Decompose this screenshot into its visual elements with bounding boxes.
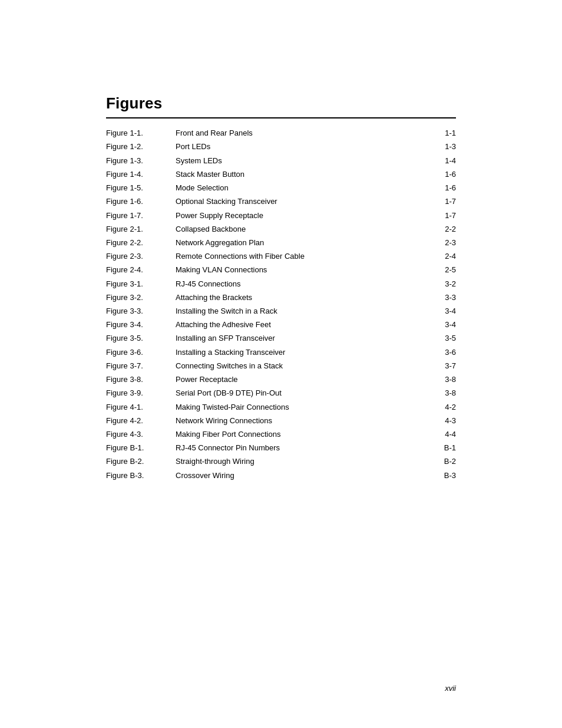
figure-label: Figure 1-1. xyxy=(106,127,171,140)
figure-label: Figure 3-9. xyxy=(106,387,171,400)
figure-description: Crossover Wiring xyxy=(171,469,413,482)
figure-label: Figure B-3. xyxy=(106,469,171,482)
figure-description: Optional Stacking Transceiver xyxy=(171,195,413,209)
figure-description: RJ-45 Connections xyxy=(171,277,413,291)
section-divider xyxy=(106,117,456,118)
table-row: Figure 3-4.Attaching the Adhesive Feet3-… xyxy=(106,318,456,332)
figure-page: 2-3 xyxy=(413,236,456,250)
figure-label: Figure 4-1. xyxy=(106,400,171,414)
figure-page: 3-4 xyxy=(413,305,456,318)
figure-label: Figure 3-5. xyxy=(106,332,171,345)
figure-page: 4-3 xyxy=(413,414,456,428)
table-row: Figure 3-6.Installing a Stacking Transce… xyxy=(106,346,456,360)
figure-label: Figure 3-2. xyxy=(106,291,171,305)
figure-description: Port LEDs xyxy=(171,140,413,154)
table-row: Figure 2-2.Network Aggregation Plan2-3 xyxy=(106,236,456,250)
figure-page: 1-1 xyxy=(413,127,456,140)
figure-page: 1-6 xyxy=(413,182,456,195)
table-row: Figure B-3.Crossover WiringB-3 xyxy=(106,469,456,482)
figure-description: Network Wiring Connections xyxy=(171,414,413,428)
figure-page: 1-7 xyxy=(413,195,456,209)
table-row: Figure 1-2.Port LEDs1-3 xyxy=(106,140,456,154)
figure-label: Figure 2-3. xyxy=(106,250,171,263)
figure-label: Figure 3-1. xyxy=(106,277,171,291)
page-number: xvii xyxy=(445,684,456,693)
figure-label: Figure B-1. xyxy=(106,442,171,455)
figure-page: 4-2 xyxy=(413,400,456,414)
figure-label: Figure 1-4. xyxy=(106,168,171,182)
figure-description: Connecting Switches in a Stack xyxy=(171,360,413,373)
table-row: Figure 4-2.Network Wiring Connections4-3 xyxy=(106,414,456,428)
figure-page: 3-7 xyxy=(413,360,456,373)
figure-page: 3-6 xyxy=(413,346,456,360)
figure-label: Figure 3-3. xyxy=(106,305,171,318)
table-row: Figure 1-3.System LEDs1-4 xyxy=(106,154,456,167)
figure-description: Stack Master Button xyxy=(171,168,413,182)
figure-description: Serial Port (DB-9 DTE) Pin-Out xyxy=(171,387,413,400)
figure-page: 3-8 xyxy=(413,373,456,387)
figure-description: Attaching the Adhesive Feet xyxy=(171,318,413,332)
table-row: Figure B-1.RJ-45 Connector Pin NumbersB-… xyxy=(106,442,456,455)
figure-description: Making Fiber Port Connections xyxy=(171,428,413,442)
table-row: Figure 3-7.Connecting Switches in a Stac… xyxy=(106,360,456,373)
figure-description: Making Twisted-Pair Connections xyxy=(171,400,413,414)
figure-description: Network Aggregation Plan xyxy=(171,236,413,250)
figure-page: 1-3 xyxy=(413,140,456,154)
figure-page: 3-4 xyxy=(413,318,456,332)
figure-description: Straight-through Wiring xyxy=(171,455,413,469)
figure-description: Power Receptacle xyxy=(171,373,413,387)
table-row: Figure 1-6.Optional Stacking Transceiver… xyxy=(106,195,456,209)
figure-page: 1-4 xyxy=(413,154,456,167)
figure-description: Power Supply Receptacle xyxy=(171,209,413,222)
table-row: Figure 1-1.Front and Rear Panels1-1 xyxy=(106,127,456,140)
figure-page: 2-4 xyxy=(413,250,456,263)
table-row: Figure 2-1.Collapsed Backbone2-2 xyxy=(106,223,456,236)
table-row: Figure 4-1.Making Twisted-Pair Connectio… xyxy=(106,400,456,414)
figure-label: Figure 2-2. xyxy=(106,236,171,250)
figure-label: Figure 2-1. xyxy=(106,223,171,236)
figure-label: Figure 1-6. xyxy=(106,195,171,209)
figure-label: Figure 1-5. xyxy=(106,182,171,195)
figure-page: 2-5 xyxy=(413,263,456,277)
table-row: Figure 3-1.RJ-45 Connections3-2 xyxy=(106,277,456,291)
figure-page: 4-4 xyxy=(413,428,456,442)
figure-description: Front and Rear Panels xyxy=(171,127,413,140)
figure-description: Collapsed Backbone xyxy=(171,223,413,236)
figure-page: B-1 xyxy=(413,442,456,455)
figure-label: Figure 2-4. xyxy=(106,263,171,277)
page-title: Figures xyxy=(106,94,456,113)
figure-label: Figure 3-8. xyxy=(106,373,171,387)
figure-page: 1-6 xyxy=(413,168,456,182)
figure-label: Figure 1-7. xyxy=(106,209,171,222)
figure-description: System LEDs xyxy=(171,154,413,167)
table-row: Figure 4-3.Making Fiber Port Connections… xyxy=(106,428,456,442)
figure-label: Figure 1-3. xyxy=(106,154,171,167)
figure-page: B-2 xyxy=(413,455,456,469)
table-row: Figure 3-8.Power Receptacle3-8 xyxy=(106,373,456,387)
table-row: Figure 3-5.Installing an SFP Transceiver… xyxy=(106,332,456,345)
figure-label: Figure 4-2. xyxy=(106,414,171,428)
figure-page: 3-8 xyxy=(413,387,456,400)
table-row: Figure 3-9.Serial Port (DB-9 DTE) Pin-Ou… xyxy=(106,387,456,400)
figure-label: Figure 3-6. xyxy=(106,346,171,360)
figure-description: Installing a Stacking Transceiver xyxy=(171,346,413,360)
table-row: Figure 1-7.Power Supply Receptacle1-7 xyxy=(106,209,456,222)
figure-description: RJ-45 Connector Pin Numbers xyxy=(171,442,413,455)
figure-description: Attaching the Brackets xyxy=(171,291,413,305)
figure-page: 2-2 xyxy=(413,223,456,236)
figure-page: B-3 xyxy=(413,469,456,482)
figure-label: Figure 3-7. xyxy=(106,360,171,373)
figure-page: 3-2 xyxy=(413,277,456,291)
figure-label: Figure B-2. xyxy=(106,455,171,469)
figure-description: Installing the Switch in a Rack xyxy=(171,305,413,318)
table-row: Figure 3-3.Installing the Switch in a Ra… xyxy=(106,305,456,318)
figure-label: Figure 3-4. xyxy=(106,318,171,332)
figure-page: 3-5 xyxy=(413,332,456,345)
figure-description: Installing an SFP Transceiver xyxy=(171,332,413,345)
table-row: Figure 1-5.Mode Selection1-6 xyxy=(106,182,456,195)
figure-label: Figure 1-2. xyxy=(106,140,171,154)
figure-description: Mode Selection xyxy=(171,182,413,195)
figure-page: 1-7 xyxy=(413,209,456,222)
figure-description: Remote Connections with Fiber Cable xyxy=(171,250,413,263)
figure-page: 3-3 xyxy=(413,291,456,305)
